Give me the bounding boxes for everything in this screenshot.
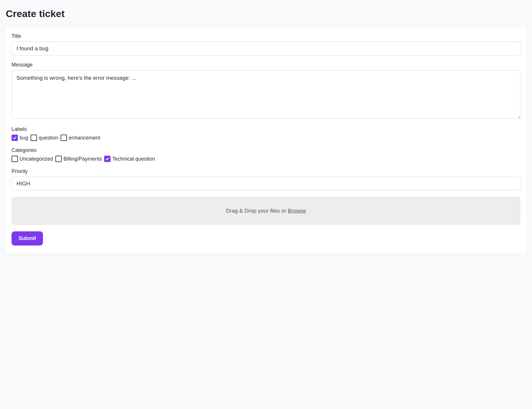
ticket-form-card: Title Message Labels bug que (6, 27, 526, 254)
categories-row: Uncategorized Billing/Payments Technical… (12, 156, 520, 162)
checkbox-box (55, 156, 62, 162)
title-field-group: Title (12, 33, 520, 55)
checkbox-box (31, 135, 37, 141)
file-dropzone[interactable]: Drag & Drop your files or Browse (12, 197, 520, 225)
label-checkbox-bug[interactable]: bug (12, 135, 28, 141)
checkbox-box (12, 156, 18, 162)
checkbox-label: enhancement (69, 135, 100, 141)
priority-select[interactable]: HIGH (12, 177, 520, 190)
category-checkbox-uncategorized[interactable]: Uncategorized (12, 156, 53, 162)
labels-row: bug question enhancement (12, 135, 520, 141)
check-icon (13, 136, 17, 140)
title-input[interactable] (12, 42, 520, 55)
checkbox-label: question (39, 135, 58, 141)
checkbox-box (104, 156, 110, 162)
checkbox-label: bug (20, 135, 28, 141)
title-label: Title (12, 33, 520, 39)
checkbox-label: Uncategorized (20, 156, 53, 162)
label-checkbox-enhancement[interactable]: enhancement (61, 135, 100, 141)
label-checkbox-question[interactable]: question (31, 135, 58, 141)
checkbox-box (12, 135, 18, 141)
priority-field-group: Priority HIGH (12, 168, 520, 190)
message-textarea[interactable] (12, 70, 520, 119)
message-label: Message (12, 62, 520, 68)
priority-label: Priority (12, 168, 520, 174)
categories-label: Categories (12, 147, 520, 153)
page-title: Create ticket (6, 8, 526, 19)
labels-label: Labels (12, 126, 520, 132)
check-icon (105, 157, 109, 161)
browse-link[interactable]: Browse (288, 208, 306, 214)
category-checkbox-billing[interactable]: Billing/Payments (55, 156, 102, 162)
checkbox-box (61, 135, 67, 141)
checkbox-label: Billing/Payments (63, 156, 102, 162)
labels-field-group: Labels bug question (12, 126, 520, 141)
dropzone-text: Drag & Drop your files or (226, 208, 288, 214)
message-field-group: Message (12, 62, 520, 120)
checkbox-label: Technical question (112, 156, 155, 162)
categories-field-group: Categories Uncategorized Billing/Payment… (12, 147, 520, 162)
submit-button[interactable]: Submit (12, 231, 43, 246)
category-checkbox-technical[interactable]: Technical question (104, 156, 155, 162)
